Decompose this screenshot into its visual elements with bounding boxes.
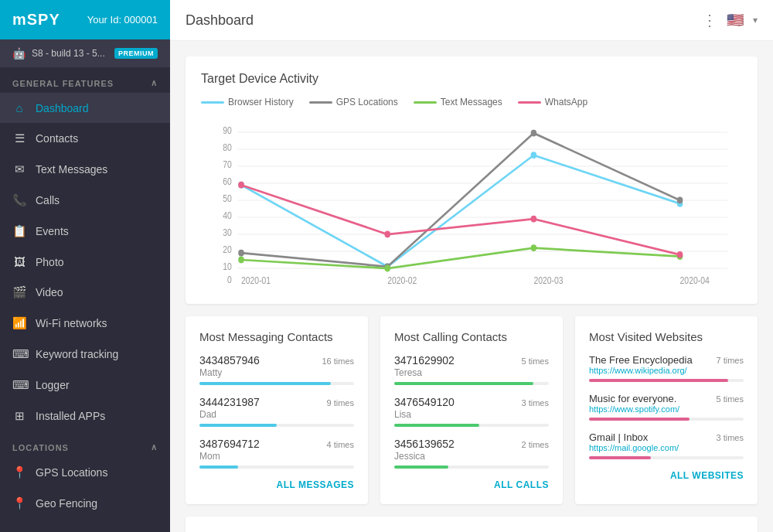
call-bar-bg-1 [394, 424, 549, 427]
contact-bar-0 [199, 382, 331, 385]
call-times-0: 5 times [522, 356, 549, 366]
sidebar-item-video[interactable]: 🎬 Video [0, 277, 170, 308]
all-websites-link[interactable]: ALL WEBSITES [589, 470, 744, 481]
sidebar-item-keyword-tracking[interactable]: ⌨ Keyword tracking [0, 339, 170, 370]
website-bar-bg-2 [589, 456, 744, 459]
legend-gps: GPS Locations [309, 97, 398, 107]
contacts-icon: ☰ [12, 131, 26, 145]
user-id: Your Id: 000001 [87, 14, 158, 26]
call-name-0: Teresa [394, 367, 549, 378]
locations-collapse-icon[interactable]: ∧ [151, 442, 158, 452]
svg-text:20: 20 [223, 244, 232, 254]
website-bar-2 [589, 456, 651, 459]
wifi-label: Wi-Fi networks [36, 317, 107, 329]
contact-name-2: Mom [199, 451, 354, 462]
all-messages-link[interactable]: ALL MESSAGES [199, 479, 354, 490]
call-bar-2 [394, 466, 448, 469]
call-number-1: 3476549120 [394, 396, 455, 408]
svg-text:40: 40 [223, 210, 232, 220]
svg-text:90: 90 [223, 125, 232, 135]
call-item-2: 3456139652 2 times Jessica [394, 438, 549, 469]
svg-text:70: 70 [223, 159, 232, 169]
sidebar-item-events[interactable]: 📋 Events [0, 216, 170, 247]
sidebar-item-contacts[interactable]: ☰ Contacts [0, 123, 170, 154]
sidebar: mSPY Your Id: 000001 🤖 S8 - build 13 - 5… [0, 0, 170, 532]
contact-times-1: 9 times [327, 398, 354, 408]
flag-icon[interactable]: 🇺🇸 [727, 12, 744, 29]
device-bar: 🤖 S8 - build 13 - 5... PREMIUM [0, 39, 170, 67]
video-icon: 🎬 [12, 285, 26, 299]
calls-label: Calls [36, 194, 60, 206]
contacts-label: Contacts [36, 132, 78, 145]
svg-point-27 [238, 250, 244, 257]
svg-point-31 [238, 257, 244, 264]
sidebar-item-wifi[interactable]: 📶 Wi-Fi networks [0, 308, 170, 339]
website-item-1: Music for everyone. https://www.spotify.… [589, 393, 744, 421]
call-times-2: 2 times [522, 440, 549, 449]
contact-bar-2 [199, 466, 238, 469]
svg-text:60: 60 [223, 176, 232, 186]
installed-apps-label: Installed APPs [36, 410, 105, 422]
contact-times-2: 4 times [327, 440, 354, 449]
activity-chart-card: Target Device Activity Browser History G… [186, 56, 758, 304]
more-menu-icon[interactable]: ⋮ [702, 11, 717, 29]
sidebar-item-geo-fencing[interactable]: 📍 Geo Fencing [0, 488, 170, 519]
wifi-icon: 📶 [12, 316, 26, 330]
last-locations-card: Last Locations [186, 517, 758, 532]
website-bar-0 [589, 379, 728, 382]
collapse-icon[interactable]: ∧ [151, 78, 158, 88]
android-icon: 🤖 [12, 47, 26, 60]
call-bar-0 [394, 382, 533, 385]
main-area: Dashboard ⋮ 🇺🇸 ▾ Target Device Activity … [170, 0, 773, 532]
sidebar-item-calls[interactable]: 📞 Calls [0, 185, 170, 216]
contact-bar-bg-1 [199, 424, 354, 427]
sidebar-item-photo[interactable]: 🖼 Photo [0, 247, 170, 277]
keyword-icon: ⌨ [12, 347, 26, 361]
geo-label: Geo Fencing [36, 497, 97, 510]
website-bar-bg-0 [589, 379, 744, 382]
legend-dot-browser [201, 101, 224, 104]
general-features-section: GENERAL FEATURES ∧ ⌂ Dashboard ☰ Contact… [0, 67, 170, 431]
contact-bar-1 [199, 424, 277, 427]
language-dropdown-icon[interactable]: ▾ [753, 15, 758, 26]
call-bar-1 [394, 424, 479, 427]
website-bar-1 [589, 418, 690, 421]
website-bar-bg-1 [589, 418, 744, 421]
calling-card: Most Calling Contacts 3471629902 5 times… [380, 316, 563, 504]
svg-text:2020-04: 2020-04 [680, 275, 710, 285]
call-name-2: Jessica [394, 451, 549, 462]
page-title: Dashboard [186, 12, 254, 29]
website-times-0: 7 times [717, 356, 744, 365]
legend-whatsapp-label: WhatsApp [545, 97, 587, 107]
device-name: S8 - build 13 - 5... [32, 48, 108, 59]
website-url-0[interactable]: https://www.wikipedia.org/ [589, 366, 693, 375]
sidebar-item-gps[interactable]: 📍 GPS Locations [0, 457, 170, 488]
all-calls-link[interactable]: ALL CALLS [394, 479, 549, 490]
contact-number-0: 3434857946 [199, 354, 260, 367]
svg-point-35 [238, 182, 244, 189]
logo: mSPY [12, 11, 60, 29]
chart-legend: Browser History GPS Locations Text Messa… [201, 97, 742, 107]
sidebar-item-dashboard[interactable]: ⌂ Dashboard [0, 93, 170, 123]
website-title-1: Music for everyone. [589, 393, 679, 404]
contact-number-1: 3444231987 [199, 396, 260, 408]
home-icon: ⌂ [12, 101, 26, 114]
website-url-2[interactable]: https://mail.google.com/ [589, 443, 679, 452]
svg-text:50: 50 [223, 193, 232, 203]
contact-times-0: 16 times [322, 356, 354, 366]
dashboard-label: Dashboard [36, 102, 89, 114]
website-title-2: Gmail | Inbox [589, 431, 679, 443]
activity-chart-svg: 90 80 70 60 50 40 30 20 10 0 2020-01 202… [201, 115, 742, 285]
premium-badge: PREMIUM [114, 48, 158, 59]
sidebar-item-installed-apps[interactable]: ⊞ Installed APPs [0, 401, 170, 431]
website-url-1[interactable]: https://www.spotify.com/ [589, 404, 679, 414]
website-item-0: The Free Encyclopedia https://www.wikipe… [589, 354, 744, 382]
contact-name-1: Dad [199, 409, 354, 420]
svg-point-38 [677, 251, 683, 258]
svg-text:0: 0 [227, 275, 232, 285]
sidebar-item-text-messages[interactable]: ✉ Text Messages [0, 154, 170, 185]
dashboard-content: Target Device Activity Browser History G… [170, 41, 773, 532]
legend-dot-sms [414, 101, 437, 104]
sidebar-item-logger[interactable]: ⌨ Logger [0, 370, 170, 401]
logger-icon: ⌨ [12, 378, 26, 392]
